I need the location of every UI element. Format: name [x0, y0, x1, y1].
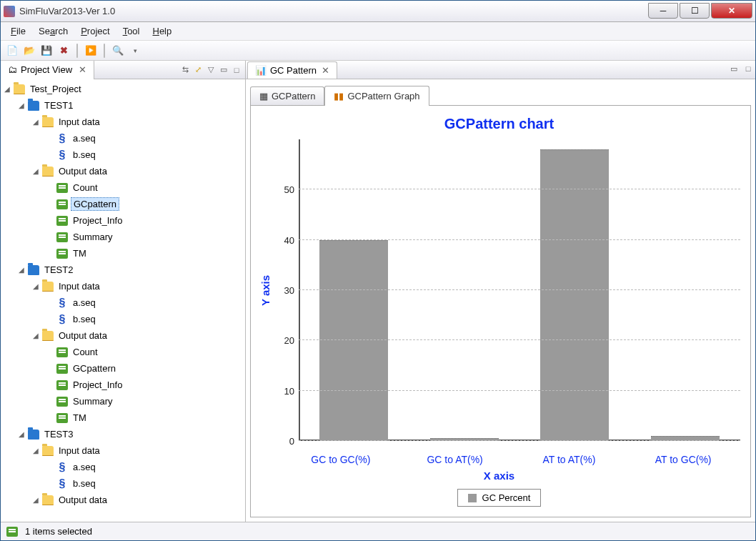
editor-tab-gc-pattern[interactable]: 📊 GC Pattern ✕	[247, 61, 337, 79]
delete-icon[interactable]: ✖	[56, 44, 71, 58]
menu-tool[interactable]: Tool	[117, 24, 146, 39]
dna-icon	[56, 149, 68, 161]
inner-tab-table[interactable]: ▦ GCPattern	[250, 86, 324, 105]
y-tick: 0	[289, 436, 294, 447]
chart-legend: GC Percent	[457, 489, 542, 507]
open-icon[interactable]: 📂	[22, 44, 36, 58]
tree-output-item[interactable]: Count	[4, 344, 242, 360]
file-icon	[56, 347, 68, 357]
y-tick: 40	[284, 234, 294, 245]
folder-icon	[42, 446, 54, 456]
tree-folder-TEST3[interactable]: ◢TEST3	[4, 426, 242, 442]
tree-label: Input data	[56, 280, 102, 292]
tree-output-item[interactable]: Project_Info	[4, 377, 242, 393]
tree-input-TEST2[interactable]: ◢Input data	[4, 278, 242, 294]
inner-tab-graph[interactable]: ▮▮ GCPattern Graph	[324, 86, 429, 106]
file-icon	[56, 397, 68, 407]
menu-help[interactable]: Help	[147, 24, 178, 39]
gridline	[299, 239, 740, 240]
tree-output-item[interactable]: Project_Info	[4, 212, 242, 229]
tree-output-item[interactable]: Summary	[4, 393, 242, 410]
tree-root[interactable]: ◢Test_Project	[4, 81, 242, 97]
tree-output-item[interactable]: Count	[4, 179, 242, 196]
expand-icon[interactable]: ◢	[32, 332, 39, 339]
menu-file[interactable]: File	[5, 24, 31, 39]
tree-input-TEST1[interactable]: ◢Input data	[4, 114, 242, 130]
window-title: SimFluVar2013-Ver 1.0	[19, 6, 648, 16]
view-menu-icon[interactable]: ▽	[205, 64, 217, 76]
expand-icon[interactable]: ◢	[18, 266, 25, 274]
tree-output-TEST3[interactable]: ◢Output data	[4, 492, 242, 508]
bar-column	[409, 139, 520, 441]
folder-icon	[14, 84, 25, 94]
menu-project[interactable]: Project	[75, 24, 115, 39]
tree-label: Test_Project	[28, 83, 84, 95]
tree-label: TEST3	[42, 428, 75, 440]
close-icon[interactable]: ✕	[79, 64, 86, 75]
file-icon	[56, 380, 68, 390]
tree-icon: 🗂	[8, 64, 17, 75]
statusbar: 1 items selected	[1, 522, 755, 540]
new-icon[interactable]: 📄	[5, 44, 19, 58]
menu-search[interactable]: Search	[33, 24, 74, 39]
collapse-icon[interactable]: ⇆	[179, 64, 191, 76]
folder-icon	[42, 117, 54, 127]
folder-icon	[42, 495, 54, 505]
tree-label: Project_Info	[71, 379, 124, 391]
tree-seq[interactable]: a.seq	[4, 294, 242, 311]
expand-icon[interactable]: ◢	[4, 85, 11, 93]
expand-icon[interactable]: ◢	[32, 496, 39, 504]
search-icon[interactable]: 🔍	[111, 44, 125, 58]
chart-area: GCPattern chart Y axis 01020304050 GC to…	[250, 105, 751, 517]
minimize-editor-icon[interactable]: ▭	[728, 64, 740, 76]
expand-icon[interactable]: ◢	[18, 101, 25, 109]
file-icon	[56, 183, 68, 193]
dna-icon	[56, 478, 68, 490]
save-icon[interactable]: 💾	[39, 44, 54, 58]
expand-icon[interactable]: ◢	[32, 282, 39, 290]
folder-icon	[28, 101, 39, 111]
run-icon[interactable]: ▶️	[84, 44, 98, 58]
tree-output-item[interactable]: TM	[4, 410, 242, 426]
y-axis-label: Y axis	[258, 139, 273, 441]
maximize-editor-icon[interactable]: □	[742, 64, 754, 76]
minimize-button[interactable]: ─	[648, 3, 678, 19]
expand-icon[interactable]: ◢	[32, 167, 39, 175]
tree-label: Count	[71, 346, 100, 358]
gridline	[299, 289, 740, 290]
tree-seq[interactable]: b.seq	[4, 311, 242, 327]
expand-icon[interactable]: ◢	[18, 430, 25, 438]
tree-folder-TEST2[interactable]: ◢TEST2	[4, 262, 242, 278]
maximize-button[interactable]: ☐	[680, 3, 710, 19]
tree-output-item[interactable]: Summary	[4, 229, 242, 245]
tree-seq[interactable]: b.seq	[4, 475, 242, 492]
tree-seq[interactable]: a.seq	[4, 130, 242, 147]
legend-swatch	[468, 494, 477, 502]
bar-column	[519, 139, 630, 441]
tree-output-item[interactable]: GCpattern	[4, 360, 242, 377]
tree-seq[interactable]: a.seq	[4, 459, 242, 475]
x-tick: GC to GC(%)	[284, 454, 398, 465]
folder-icon	[42, 331, 54, 341]
close-icon[interactable]: ✕	[322, 65, 329, 76]
tree-output-item[interactable]: TM	[4, 245, 242, 262]
tree-output-TEST2[interactable]: ◢Output data	[4, 327, 242, 344]
tree-output-TEST1[interactable]: ◢Output data	[4, 163, 242, 179]
tree-folder-TEST1[interactable]: ◢TEST1	[4, 97, 242, 114]
dropdown-icon[interactable]: ▾	[128, 44, 142, 58]
tree-label: a.seq	[71, 132, 98, 144]
tree-input-TEST3[interactable]: ◢Input data	[4, 442, 242, 459]
maximize-pane-icon[interactable]: □	[231, 64, 242, 76]
gridline	[299, 390, 740, 391]
tree-output-item[interactable]: GCpattern	[4, 196, 242, 212]
tree-label: TEST2	[42, 264, 75, 276]
expand-icon[interactable]: ◢	[32, 118, 39, 126]
chart-bar	[540, 149, 609, 441]
link-icon[interactable]: ⤢	[192, 64, 204, 76]
tree-seq[interactable]: b.seq	[4, 147, 242, 163]
minimize-pane-icon[interactable]: ▭	[218, 64, 229, 76]
file-icon	[56, 364, 68, 374]
expand-icon[interactable]: ◢	[32, 447, 39, 455]
close-button[interactable]: ✕	[711, 3, 752, 19]
project-view-tab[interactable]: 🗂 Project View ✕	[1, 61, 94, 79]
